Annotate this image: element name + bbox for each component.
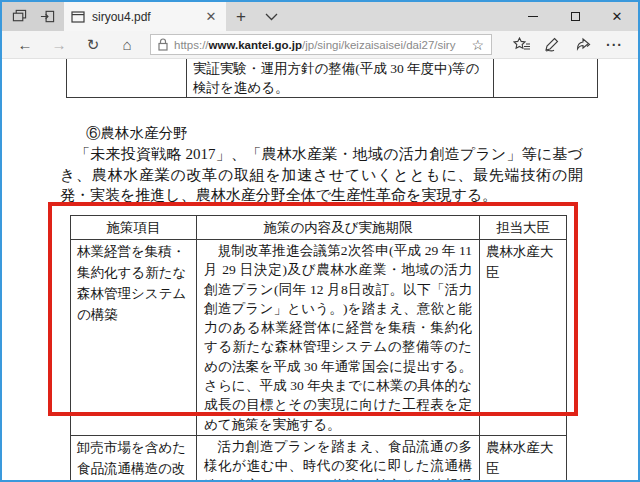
- row-item-cell: 林業経営を集積・集約化する新たな森林管理システムの構築: [71, 240, 197, 435]
- toolbar-right-icons: ···: [506, 37, 630, 53]
- policy-table: 施策項目 施策の内容及び実施期限 担当大臣 林業経営を集積・集約化する新たな森林…: [70, 215, 567, 480]
- titlebar-drag-area: [286, 2, 512, 31]
- tab-siryou4[interactable]: siryou4.pdf ✕: [64, 2, 226, 31]
- navigation-toolbar: ← → ↻ ⌂ https://www.kantei.go.jp/jp/sing…: [2, 31, 638, 59]
- tabs-set-aside-icon[interactable]: [34, 2, 60, 31]
- lock-icon: [158, 38, 168, 51]
- fragment-content-cell: 実証実験・運用方針の整備(平成 30 年度中)等の検討を進める。: [187, 59, 493, 97]
- fragment-minister-cell: [493, 59, 597, 97]
- share-icon[interactable]: [568, 37, 599, 52]
- pdf-viewport: 実証実験・運用方針の整備(平成 30 年度中)等の検討を進める。 ⑥農林水産分野…: [2, 59, 638, 480]
- intro-highlighted-term: 生産性革命: [331, 187, 406, 206]
- new-tab-button[interactable]: +: [226, 2, 256, 31]
- back-icon[interactable]: ←: [10, 31, 40, 58]
- table-row: 卸売市場を含めた食品流通構造の改革 活力創造プランを踏まえ、食品流通の多様化が進…: [71, 436, 566, 480]
- url-domain: www.kantei.go.jp: [209, 39, 303, 51]
- maximize-button[interactable]: [554, 2, 596, 31]
- refresh-icon[interactable]: ↻: [78, 31, 108, 58]
- fragment-item-cell: [67, 59, 187, 97]
- browser-window: siryou4.pdf ✕ + ✕ ← → ↻ ⌂ https://www.ka…: [0, 0, 640, 482]
- add-favorite-star-icon[interactable]: ☆: [471, 37, 484, 53]
- tab-management-area: [2, 2, 64, 31]
- set-tabs-aside-icon[interactable]: [6, 2, 32, 31]
- pdf-page-icon: [71, 11, 85, 23]
- url-scheme: https://: [174, 39, 209, 51]
- intro-text-after: を実現する。: [406, 187, 497, 203]
- tab-close-icon[interactable]: ✕: [203, 9, 219, 24]
- previous-table-fragment: 実証実験・運用方針の整備(平成 30 年度中)等の検討を進める。: [66, 59, 598, 98]
- intro-paragraph: 「未来投資戦略 2017」、「農林水産業・地域の活力創造プラン」等に基づき、農林…: [60, 144, 583, 206]
- hub-favorites-icon[interactable]: [506, 37, 537, 52]
- tab-title: siryou4.pdf: [92, 10, 196, 24]
- url-text: https://www.kantei.go.jp/jp/singi/keizai…: [174, 39, 465, 51]
- header-policy-content: 施策の内容及び実施期限: [197, 216, 480, 239]
- address-bar[interactable]: https://www.kantei.go.jp/jp/singi/keizai…: [150, 34, 492, 55]
- table-row: 林業経営を集積・集約化する新たな森林管理システムの構築 規制改革推進会議第2次答…: [71, 240, 566, 436]
- web-note-pen-icon[interactable]: [537, 37, 568, 52]
- row-item-cell: 卸売市場を含めた食品流通構造の改革: [71, 436, 197, 480]
- tab-bar: siryou4.pdf ✕ + ✕: [2, 2, 638, 31]
- url-path: /jp/singi/keizaisaisei/dai27/siry: [302, 39, 455, 51]
- home-icon[interactable]: ⌂: [112, 31, 142, 58]
- forward-icon[interactable]: →: [44, 31, 74, 58]
- row-content-cell: 活力創造プランを踏まえ、食品流通の多様化が進む中、時代の変化に即した流通構造を確…: [197, 436, 480, 480]
- minimize-button[interactable]: [512, 2, 554, 31]
- row-minister-cell: 農林水産大臣: [480, 240, 566, 435]
- close-window-button[interactable]: ✕: [596, 2, 638, 31]
- row-minister-cell: 農林水産大臣: [480, 436, 566, 480]
- row-content-cell: 規制改革推進会議第2次答申(平成 29 年 11 月 29 日決定)及び農林水産…: [197, 240, 480, 435]
- header-minister: 担当大臣: [480, 216, 566, 239]
- more-options-icon[interactable]: ···: [599, 37, 630, 53]
- window-controls: ✕: [512, 2, 638, 31]
- tab-preview-chevron-icon[interactable]: [256, 2, 286, 31]
- table-header-row: 施策項目 施策の内容及び実施期限 担当大臣: [71, 216, 566, 240]
- section-heading: ⑥農林水産分野: [86, 124, 188, 143]
- intro-text-before: 「未来投資戦略 2017」、「農林水産業・地域の活力創造プラン」等に基づき、農林…: [60, 146, 583, 203]
- header-policy-item: 施策項目: [71, 216, 197, 239]
